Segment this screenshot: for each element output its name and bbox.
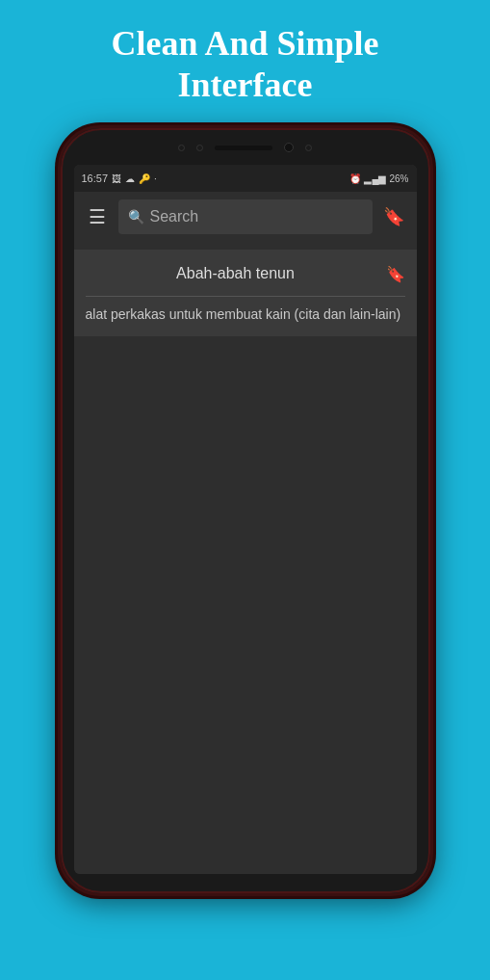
dot-indicator: · [154,173,157,184]
content-area: Abah-abah tenun 🔖 alat perkakas untuk me… [74,242,417,874]
app-bar: ☰ 🔍 Search 🔖 [74,192,417,242]
volume-up-button [58,282,60,321]
vpn-icon: 🔑 [139,173,150,184]
entry-title: Abah-abah tenun [86,257,386,290]
hamburger-menu-button[interactable]: ☰ [84,205,111,228]
sensor-dot-1 [178,145,185,151]
front-camera [284,143,294,152]
phone-sensor-bar [61,136,430,159]
phone-shell: 16:57 🖼 ☁ 🔑 · ⏰ ▂▄▆ 26% ☰ 🔍 Search 🔖 [58,125,433,896]
status-right: ⏰ ▂▄▆ 26% [349,173,408,184]
status-bar: 16:57 🖼 ☁ 🔑 · ⏰ ▂▄▆ 26% [74,165,417,192]
search-placeholder-text: Search [150,208,199,225]
alarm-icon: ⏰ [349,173,361,184]
bookmark-button[interactable]: 🔖 [380,206,407,227]
headline-line1: Clean And Simple [111,24,378,63]
page-headline: Clean And Simple Interface [82,0,407,125]
entry-header: Abah-abah tenun 🔖 [74,250,417,296]
signal-bars: ▂▄▆ [364,173,386,184]
sensor-dot-3 [305,145,312,151]
sensor-dot-2 [196,145,203,151]
entry-bookmark-icon[interactable]: 🔖 [386,265,405,283]
time-display: 16:57 [82,172,109,184]
battery-display: 26% [389,173,408,184]
power-button [431,321,433,398]
cloud-icon: ☁ [125,173,135,184]
headline-line2: Interface [178,66,313,104]
entry-card: Abah-abah tenun 🔖 alat perkakas untuk me… [74,250,417,336]
status-left: 16:57 🖼 ☁ 🔑 · [82,172,157,184]
camera-button [58,398,60,456]
search-icon: 🔍 [128,209,144,225]
earpiece-speaker [215,146,272,150]
gallery-icon: 🖼 [112,173,121,184]
entry-definition: alat perkakas untuk membuat kain (cita d… [74,297,417,336]
search-bar[interactable]: 🔍 Search [118,199,373,234]
phone-screen: 16:57 🖼 ☁ 🔑 · ⏰ ▂▄▆ 26% ☰ 🔍 Search 🔖 [74,165,417,874]
volume-down-button [58,331,60,388]
